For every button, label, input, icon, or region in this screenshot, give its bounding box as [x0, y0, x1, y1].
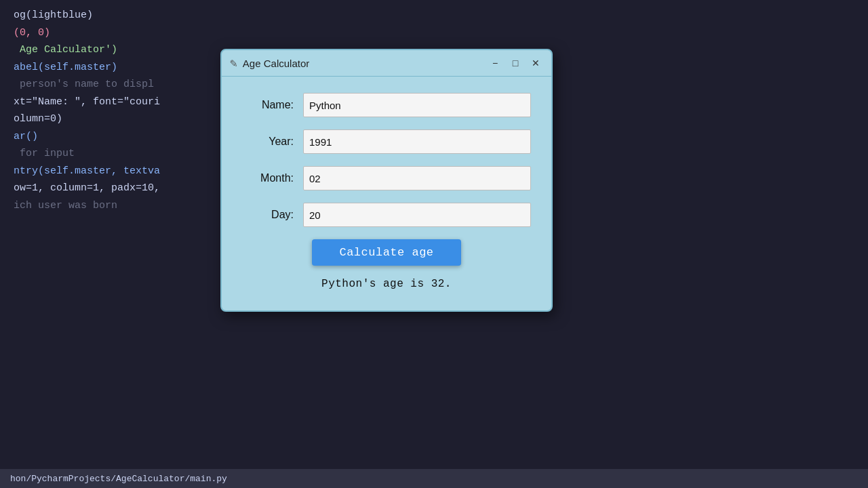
day-input[interactable] [303, 203, 531, 227]
dialog-app-icon: ✎ [230, 56, 237, 70]
minimize-button[interactable]: − [488, 56, 502, 70]
day-row: Day: [242, 203, 531, 227]
calculate-age-button[interactable]: Calculate age [312, 239, 460, 266]
calculate-button-row: Calculate age [242, 239, 531, 266]
dialog-title: Age Calculator [243, 58, 482, 69]
code-line-1: og(lightblue) [14, 7, 854, 24]
age-calculator-dialog: ✎ Age Calculator − □ ✕ Name: Year: Month… [220, 49, 553, 312]
maximize-button[interactable]: □ [508, 56, 523, 70]
name-label: Name: [242, 99, 303, 111]
year-row: Year: [242, 129, 531, 154]
year-label: Year: [242, 136, 303, 148]
close-button[interactable]: ✕ [528, 56, 543, 70]
month-input[interactable] [303, 166, 531, 190]
name-row: Name: [242, 93, 531, 117]
status-bar: hon/PycharmProjects/AgeCalculator/main.p… [0, 469, 868, 488]
result-text: Python's age is 32. [242, 278, 531, 290]
month-row: Month: [242, 166, 531, 190]
month-label: Month: [242, 172, 303, 184]
dialog-titlebar: ✎ Age Calculator − □ ✕ [222, 50, 551, 77]
year-input[interactable] [303, 129, 531, 154]
dialog-body: Name: Year: Month: Day: Calculate age Py… [222, 77, 551, 310]
day-label: Day: [242, 209, 303, 221]
status-bar-path: hon/PycharmProjects/AgeCalculator/main.p… [10, 474, 227, 484]
code-line-2: (0, 0) [14, 24, 854, 42]
name-input[interactable] [303, 93, 531, 117]
